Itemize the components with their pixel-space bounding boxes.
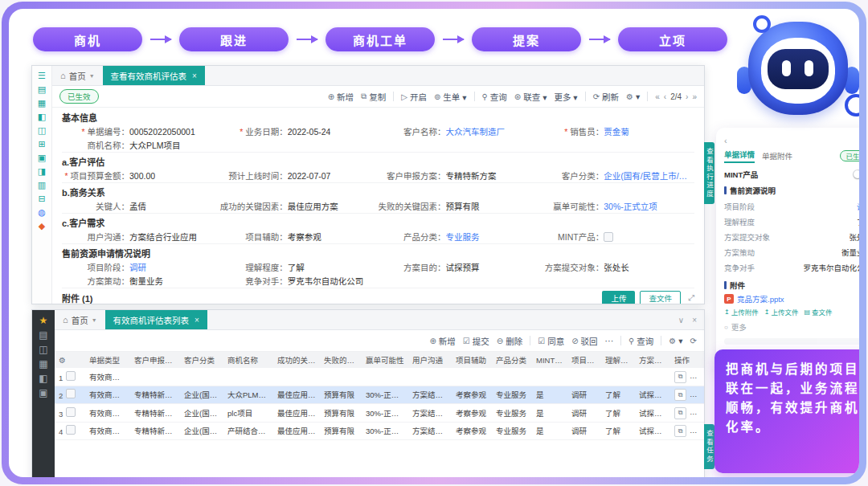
pager-last-icon[interactable]: » [692,92,697,101]
refresh-button[interactable]: ⟳ [690,337,697,345]
tab-document-attachments[interactable]: 单据附件 [762,150,792,161]
expand-icon[interactable]: ⤢ [688,293,694,303]
new-button[interactable]: ⊕新增 [429,335,455,347]
refresh-button[interactable]: ⟳刷新 [593,91,619,103]
sidebar-icon[interactable]: ◫ [38,126,46,135]
settings-button[interactable]: ⚙▾ [669,336,682,345]
sidebar-icon[interactable]: ◫ [39,345,47,354]
submit-button[interactable]: ☑提交 [463,335,489,347]
section-title: b.商务关系 [62,182,694,199]
mint-toggle[interactable] [853,169,859,179]
toolbar-button-label: ⋯ [605,336,614,345]
tab-document-detail[interactable]: 单据详情 [724,149,755,163]
row-action-icon[interactable]: ⧉ [674,389,686,401]
field-value[interactable]: 30%-正式立项 [604,200,657,212]
mint-checkbox[interactable] [604,232,613,242]
field-label: 成功的关键因素 [220,200,288,212]
close-window-icon[interactable]: × [692,316,697,325]
grid-row[interactable]: 2有效商机评...专精特新方案企业(国有/...大众PLM项目最佳应用方案预算有… [55,386,704,404]
attachment-file-link[interactable]: 竞品方案.pptx [737,293,784,304]
sidebar-icon[interactable]: ▤ [38,85,46,94]
sidebar-icon[interactable]: ▣ [38,153,46,162]
copy-button[interactable]: ⧉复制 [361,91,386,103]
toolbar-button-label: 同意 [547,335,564,347]
approve-button[interactable]: ☑同意 [538,335,564,347]
field-value[interactable]: 大众汽车制造厂 [446,125,506,137]
sidebar-icon[interactable]: ▦ [39,359,47,369]
sidebar-icon[interactable]: ◆ [39,222,45,231]
new-button[interactable]: ⊕新增 [328,91,354,103]
upload-file-button[interactable]: ↥上传文件 [764,307,799,317]
search-button[interactable]: ⚲查询 [628,335,653,347]
row-action-icon[interactable]: ⧉ [674,371,686,383]
generate-button[interactable]: ⊚生单 ▾ [434,91,467,103]
view-file-button[interactable]: ▤查文件 [804,307,832,317]
row-checkbox[interactable] [66,407,76,417]
field-label: 关键人 [62,200,129,212]
sidebar-icon[interactable]: ★ [39,316,48,325]
pager-first-icon[interactable]: « [655,92,660,101]
field-value[interactable]: 调研 [129,261,146,273]
open-button[interactable]: ▷开启 [401,91,427,103]
cell: 企业(国有/... [180,404,223,423]
side-tab-execution-progress[interactable]: 查看执行进度 [704,142,714,204]
upload-attachment-button[interactable]: ↥上传附件 [724,307,759,317]
more-button[interactable]: 更多 ▾ [554,91,577,103]
grid-row[interactable]: 1有效商机评...⧉⊕ [55,368,704,386]
more-button[interactable]: 更多 [724,321,859,333]
tab-home[interactable]: ⌂ 首页 ▼ [52,70,103,82]
new-icon: ⊕ [429,337,436,345]
delete-button[interactable]: ⊖删除 [497,335,522,347]
grid-row[interactable]: 4有效商机评...专精特新方案企业(国有/...产研结合项目最佳应用方案预算有限… [55,422,704,440]
reject-button[interactable]: ⊘驳回 [571,335,597,347]
grid-row-actions: ⧉⊕ [670,386,704,404]
view-file-button[interactable]: 查文件 [640,291,681,304]
settings-icon: ⚙ [626,92,633,101]
collapse-icon[interactable]: ∨ [678,316,684,325]
toolbar-button-label: 更多 ▾ [554,91,577,103]
settings-button[interactable]: ⚙▾ [626,92,640,101]
field-value[interactable]: 专业服务 [446,231,480,243]
more-button[interactable]: ⋯ [605,336,614,345]
grid-row[interactable]: 3有效商机评...专精特新方案企业(国有/...plc项目最佳应用方案预算有限3… [55,404,704,423]
flow-node-work-order: 商机工单 [326,27,435,51]
row-action-icon[interactable]: ⧉ [674,425,686,437]
field-value[interactable]: 贾金菊 [604,125,629,137]
row-checkbox[interactable] [66,425,76,435]
search-button[interactable]: ⚲查询 [482,91,507,103]
pager-prev-icon[interactable]: ‹ [664,92,666,101]
pager-next-icon[interactable]: › [686,92,688,101]
upload-button[interactable]: 上传 [602,291,635,304]
sidebar-icon[interactable]: ◧ [38,112,46,121]
close-icon[interactable]: × [194,316,199,325]
tab-bar: ⌂ 首页 ▼ 有效商机评估表列表 × ∨ × [55,310,704,330]
sidebar-icon[interactable]: ▦ [38,99,46,108]
tab-home[interactable]: ⌂ 首页 ▼ [55,314,105,326]
link-search-button[interactable]: ⊛联查 ▾ [514,91,547,103]
sidebar-icon[interactable]: ◍ [38,208,46,217]
sidebar-icon[interactable]: ▣ [39,388,47,398]
tab-active[interactable]: 有效商机评估表列表 × [105,310,207,329]
field-value[interactable]: 企业(国有/民营上市/民营非上市 [604,169,694,182]
cell [130,368,180,386]
close-icon[interactable]: × [192,71,197,80]
sidebar-icon[interactable]: ⊟ [38,194,45,203]
row-checkbox[interactable] [66,371,76,381]
section-title: 售前资源申请情况说明 [62,243,694,260]
sidebar-icon[interactable]: ▤ [39,330,47,340]
sidebar-icon[interactable]: ⊞ [38,140,45,149]
promo-card: 把商机与后期的项目关联在一起，业务流程更顺畅，有效提升商机转化率。 [714,349,859,473]
sidebar-icon[interactable]: ☰ [38,71,46,80]
robot-visor-icon [768,49,829,89]
tab-active[interactable]: 查看有效商机评估表 × [103,66,205,85]
row-checkbox[interactable] [66,389,76,398]
row-action-icon[interactable]: ⧉ [674,407,686,419]
side-tab-tasks[interactable]: 查看任务 [704,424,714,469]
gear-icon[interactable]: ⚙ [59,356,66,365]
sidebar-icon[interactable]: ◨ [38,167,46,176]
sidebar-icon[interactable]: ▥ [38,181,46,190]
toolbar-button-label: 删除 [506,335,522,347]
field-label: 赢单可能性 [536,200,604,212]
sidebar-icon[interactable]: ◧ [39,374,47,383]
back-icon[interactable]: ‹ [724,136,859,145]
